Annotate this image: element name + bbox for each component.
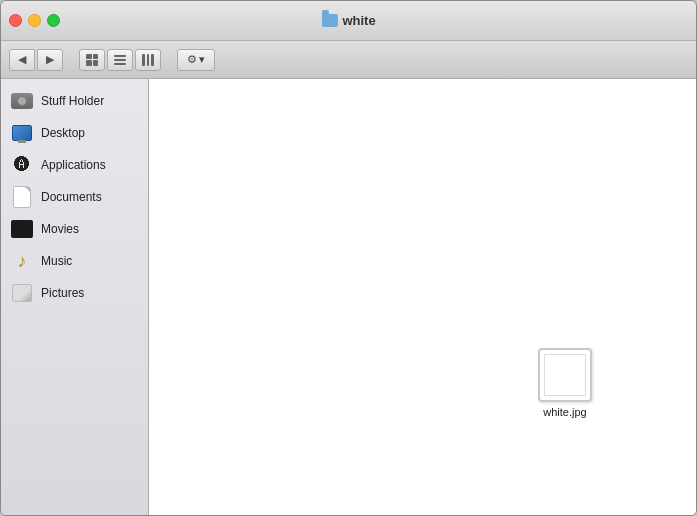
sidebar-item-music[interactable]: ♪ Music xyxy=(1,245,148,277)
desktop-icon xyxy=(11,122,33,144)
window-title: white xyxy=(342,13,375,28)
back-icon: ◀ xyxy=(18,53,26,66)
toolbar: ◀ ▶ xyxy=(1,41,696,79)
column-view-button[interactable] xyxy=(135,49,161,71)
hd-icon xyxy=(11,90,33,112)
action-arrow-icon: ▾ xyxy=(199,53,205,66)
sidebar: Stuff Holder Desktop 🅐 Applications Docu… xyxy=(1,79,149,515)
maximize-button[interactable] xyxy=(47,14,60,27)
applications-icon: 🅐 xyxy=(11,154,33,176)
sidebar-item-desktop[interactable]: Desktop xyxy=(1,117,148,149)
grid-view-icon xyxy=(86,54,98,66)
sidebar-label-stuff-holder: Stuff Holder xyxy=(41,94,104,108)
pictures-icon xyxy=(11,282,33,304)
file-name: white.jpg xyxy=(543,406,586,418)
gear-icon: ⚙ xyxy=(187,53,197,66)
sidebar-label-desktop: Desktop xyxy=(41,126,85,140)
nav-buttons: ◀ ▶ xyxy=(9,49,63,71)
content-area: Stuff Holder Desktop 🅐 Applications Docu… xyxy=(1,79,696,515)
sidebar-item-pictures[interactable]: Pictures xyxy=(1,277,148,309)
view-buttons xyxy=(79,49,161,71)
file-thumbnail xyxy=(538,348,592,402)
list-view-button[interactable] xyxy=(107,49,133,71)
window-title-area: white xyxy=(321,13,375,28)
movies-icon xyxy=(11,218,33,240)
file-thumbnail-inner xyxy=(544,354,586,396)
file-area: white.jpg xyxy=(149,79,696,515)
traffic-lights xyxy=(9,14,60,27)
icon-view-button[interactable] xyxy=(79,49,105,71)
sidebar-item-documents[interactable]: Documents xyxy=(1,181,148,213)
music-icon: ♪ xyxy=(11,250,33,272)
sidebar-item-movies[interactable]: Movies xyxy=(1,213,148,245)
documents-icon xyxy=(11,186,33,208)
file-item-white-jpg[interactable]: white.jpg xyxy=(534,344,596,422)
minimize-button[interactable] xyxy=(28,14,41,27)
sidebar-label-applications: Applications xyxy=(41,158,106,172)
forward-icon: ▶ xyxy=(46,53,54,66)
list-view-icon xyxy=(114,55,126,65)
forward-button[interactable]: ▶ xyxy=(37,49,63,71)
sidebar-label-music: Music xyxy=(41,254,72,268)
close-button[interactable] xyxy=(9,14,22,27)
sidebar-label-pictures: Pictures xyxy=(41,286,84,300)
sidebar-item-stuff-holder[interactable]: Stuff Holder xyxy=(1,85,148,117)
title-folder-icon xyxy=(321,14,337,27)
sidebar-label-documents: Documents xyxy=(41,190,102,204)
sidebar-label-movies: Movies xyxy=(41,222,79,236)
finder-window: white ◀ ▶ xyxy=(0,0,697,516)
back-button[interactable]: ◀ xyxy=(9,49,35,71)
sidebar-item-applications[interactable]: 🅐 Applications xyxy=(1,149,148,181)
action-button[interactable]: ⚙ ▾ xyxy=(177,49,215,71)
column-view-icon xyxy=(142,54,154,66)
title-bar: white xyxy=(1,1,696,41)
